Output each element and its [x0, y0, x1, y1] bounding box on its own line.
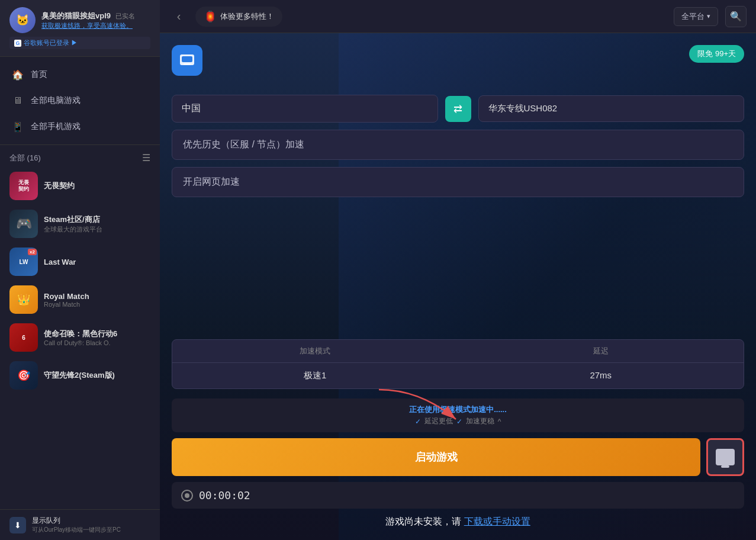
game-info: Steam社区/商店 全球最大的游戏平台	[44, 214, 150, 234]
google-icon: G	[14, 40, 21, 47]
game-info: 使命召唤：黑色行动6 Call of Duty®: Black O.	[44, 329, 150, 346]
latency-col-header: 延迟	[458, 346, 744, 356]
list-item[interactable]: 🎮 Steam社区/商店 全球最大的游戏平台	[0, 205, 160, 243]
svg-rect-2	[184, 63, 191, 65]
games-count: 全部 (16)	[9, 153, 41, 163]
back-button[interactable]: ‹	[169, 7, 188, 26]
swap-icon: ⇄	[453, 102, 462, 115]
accel-status-bar: 正在使用极速模式加速中...... ✓ 延迟更低 ✓ 加速更稳 ^	[172, 398, 744, 432]
mobile-icon: 📱	[12, 121, 24, 133]
web-accel-label: 开启网页加速	[183, 176, 240, 187]
game-thumb-steam: 🎮	[9, 210, 38, 238]
avatar: 🐱	[9, 7, 36, 33]
list-item[interactable]: 无畏契约 无畏契约	[0, 167, 160, 205]
list-item[interactable]: 6 使命召唤：黑色行动6 Call of Duty®: Black O.	[0, 319, 160, 356]
not-installed-text: 游戏尚未安装，请	[385, 516, 461, 526]
chevron-up-icon: ^	[498, 417, 501, 426]
speed-table: 加速模式 延迟 极速1 27ms	[172, 339, 744, 389]
accel-sub-latency: 延迟更低	[424, 416, 453, 426]
nav-pc-label: 全部电脑游戏	[31, 95, 81, 106]
user-area: 🐱 臭美的猫眼挨姐vpl9 已实名 获取极速线路，享受高速体验。 G 谷歌账号已…	[0, 0, 160, 57]
queue-title: 显示队列	[32, 516, 150, 526]
nav-home[interactable]: 🏠 首页	[0, 62, 160, 88]
game-thumb-overwatch: 🎯	[9, 361, 38, 390]
game-thumb-lastwar: LW x2	[9, 247, 38, 276]
game-info: Last War	[44, 258, 150, 266]
games-header: 全部 (16) ☰	[0, 145, 160, 167]
google-login-btn[interactable]: G 谷歌账号已登录 ▶	[9, 37, 150, 49]
vpn-indicator	[172, 45, 202, 76]
username: 臭美的猫眼挨姐vpl9	[41, 11, 111, 20]
game-thumb-royalmatch: 👑	[9, 285, 38, 314]
home-icon: 🏠	[12, 69, 24, 81]
main-body: 限免 99+天 中国 ⇄ 华东专线USH082 优先历史（区服 / 节点）加速	[160, 33, 756, 540]
nav-section: 🏠 首页 🖥 全部电脑游戏 📱 全部手机游戏	[0, 57, 160, 145]
search-button[interactable]: 🔍	[725, 6, 747, 27]
search-icon: 🔍	[730, 11, 742, 22]
main-content: ‹ 🏮 体验更多特性！ 全平台 ▾ 🔍	[160, 0, 756, 540]
latency-cell: 27ms	[458, 370, 744, 381]
web-accel-row[interactable]: 开启网页加速	[172, 167, 744, 197]
nav-mobile-games[interactable]: 📱 全部手机游戏	[0, 114, 160, 140]
priority-label: 优先历史（区服 / 节点）加速	[183, 139, 304, 149]
lantern-icon: 🏮	[204, 10, 217, 23]
timer-display: 00:00:02	[199, 489, 250, 502]
game-title: 使命召唤：黑色行动6	[44, 329, 150, 339]
sidebar: 🐱 臭美的猫眼挨姐vpl9 已实名 获取极速线路，享受高速体验。 G 谷歌账号已…	[0, 0, 160, 540]
timer-dot	[181, 490, 193, 502]
queue-subtitle: 可从OurPlay移动端一键同步至PC	[32, 526, 150, 534]
list-item[interactable]: LW x2 Last War	[0, 243, 160, 281]
list-view-icon[interactable]: ☰	[142, 152, 150, 163]
mode-cell: 极速1	[172, 370, 458, 381]
game-info: 守望先锋2(Steam版)	[44, 370, 150, 381]
install-notice: 游戏尚未安装，请 下载或手动设置	[172, 516, 744, 528]
game-title: Royal Match	[44, 292, 150, 301]
list-item[interactable]: 🎯 守望先锋2(Steam版)	[0, 356, 160, 394]
user-tag: 已实名	[115, 12, 135, 20]
country-select[interactable]: 中国	[172, 95, 438, 123]
country-label: 中国	[182, 102, 201, 115]
promo-banner[interactable]: 🏮 体验更多特性！	[195, 7, 282, 27]
game-info: Royal Match Royal Match	[44, 292, 150, 308]
overlay-icon	[716, 449, 735, 465]
game-title: Last War	[44, 258, 150, 266]
server-select[interactable]: 华东专线USH082	[478, 95, 745, 122]
game-thumb-wuxian: 无畏契约	[9, 172, 38, 200]
mode-col-header: 加速模式	[172, 346, 458, 356]
action-row: 启动游戏	[172, 438, 744, 476]
speed-table-header: 加速模式 延迟	[172, 340, 744, 363]
user-promo[interactable]: 获取极速线路，享受高速体验。	[41, 21, 150, 30]
game-thumb-cod: 6	[9, 323, 38, 352]
game-subtitle: Call of Duty®: Black O.	[44, 339, 150, 346]
swap-button[interactable]: ⇄	[445, 96, 471, 122]
user-info: 臭美的猫眼挨姐vpl9 已实名 获取极速线路，享受高速体验。	[41, 10, 150, 30]
download-link[interactable]: 下载或手动设置	[464, 516, 530, 526]
timer-row: 00:00:02	[172, 482, 744, 509]
nav-pc-games[interactable]: 🖥 全部电脑游戏	[0, 88, 160, 114]
svg-rect-1	[182, 56, 192, 62]
limit-free-badge: 限免 99+天	[689, 45, 744, 63]
platform-selector[interactable]: 全平台 ▾	[674, 7, 718, 26]
list-item[interactable]: 👑 Royal Match Royal Match	[0, 281, 160, 319]
topbar: ‹ 🏮 体验更多特性！ 全平台 ▾ 🔍	[160, 0, 756, 33]
game-subtitle: 全球最大的游戏平台	[44, 225, 150, 234]
server-label: 华东专线USH082	[488, 103, 558, 113]
sidebar-bottom[interactable]: ⬇ 显示队列 可从OurPlay移动端一键同步至PC	[0, 509, 160, 540]
nav-mobile-label: 全部手机游戏	[31, 121, 81, 132]
badge-x2: x2	[28, 249, 37, 255]
game-title: Steam社区/商店	[44, 214, 150, 225]
launch-button[interactable]: 启动游戏	[172, 438, 700, 476]
game-title: 无畏契约	[44, 181, 150, 191]
platform-label: 全平台	[681, 11, 704, 22]
accel-status-text: 正在使用极速模式加速中......	[181, 404, 735, 415]
priority-row[interactable]: 优先历史（区服 / 节点）加速	[172, 130, 744, 160]
timer-dot-inner	[185, 493, 189, 498]
accel-status-sub: ✓ 延迟更低 ✓ 加速更稳 ^	[181, 416, 735, 426]
check-icon-2: ✓	[456, 417, 462, 426]
game-info: 无畏契约	[44, 181, 150, 191]
accel-sub-speed: 加速更稳	[466, 416, 494, 426]
overlay-button[interactable]	[706, 438, 744, 476]
game-subtitle: Royal Match	[44, 301, 150, 308]
country-row: 中国 ⇄ 华东专线USH082	[172, 95, 744, 123]
monitor-icon: 🖥	[12, 95, 24, 107]
